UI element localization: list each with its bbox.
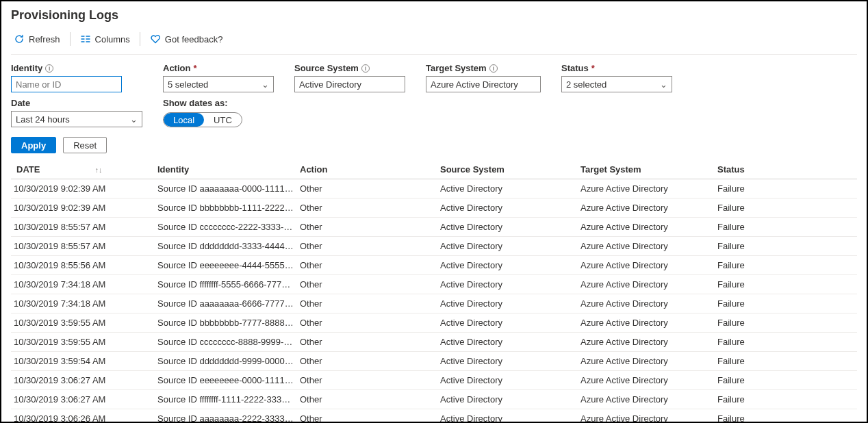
date-select[interactable]: Last 24 hours ⌄: [11, 111, 142, 127]
identity-input[interactable]: [16, 79, 117, 90]
table-row[interactable]: 10/30/2019 8:55:56 AMSource ID eeeeeeee-…: [11, 256, 857, 275]
cell-status: Failure: [715, 256, 857, 275]
cell-identity: Source ID eeeeeeee-4444-5555-6666-ffff: [155, 256, 297, 275]
table-row[interactable]: 10/30/2019 3:59:54 AMSource ID dddddddd-…: [11, 352, 857, 371]
filter-actions: Apply Reset: [11, 133, 857, 160]
required-indicator: *: [193, 63, 196, 73]
target-label-text: Target System: [426, 63, 487, 73]
cell-date: 10/30/2019 8:55:57 AM: [11, 237, 155, 256]
cell-identity: Source ID cccccccc-8888-9999-0000-ddd: [155, 333, 297, 352]
table-row[interactable]: 10/30/2019 3:06:26 AMSource ID aaaaaaaa-…: [11, 409, 857, 424]
cell-status: Failure: [715, 237, 857, 256]
columns-icon: [80, 34, 91, 44]
cell-status: Failure: [715, 294, 857, 313]
reset-button[interactable]: Reset: [63, 137, 107, 153]
separator: [140, 32, 140, 46]
cell-action: Other: [297, 390, 437, 409]
source-select[interactable]: Active Directory: [294, 76, 405, 92]
identity-input-wrapper[interactable]: [11, 76, 122, 92]
action-select[interactable]: 5 selected ⌄: [163, 76, 274, 92]
cell-status: Failure: [715, 275, 857, 294]
status-value: 2 selected: [566, 79, 607, 90]
cell-identity: Source ID aaaaaaaa-6666-7777-8888-bb: [155, 294, 297, 313]
columns-label: Columns: [95, 34, 130, 44]
cell-date: 10/30/2019 3:59:54 AM: [11, 352, 155, 371]
command-bar: Refresh Columns Got feedback?: [11, 29, 857, 55]
cell-identity: Source ID cccccccc-2222-3333-4444-ddd: [155, 218, 297, 237]
cell-target: Azure Active Directory: [578, 275, 715, 294]
cell-source: Active Directory: [437, 256, 578, 275]
source-value: Active Directory: [299, 79, 361, 90]
cell-status: Failure: [715, 371, 857, 390]
cell-status: Failure: [715, 198, 857, 218]
target-value: Azure Active Directory: [431, 79, 518, 90]
cell-source: Active Directory: [437, 390, 578, 409]
table-row[interactable]: 10/30/2019 3:06:27 AMSource ID ffffffff-…: [11, 390, 857, 409]
cell-action: Other: [297, 256, 437, 275]
cell-source: Active Directory: [437, 294, 578, 313]
cell-target: Azure Active Directory: [578, 294, 715, 313]
feedback-button[interactable]: Got feedback?: [147, 32, 226, 46]
col-header-date[interactable]: DATE↑↓: [11, 160, 155, 179]
cell-action: Other: [297, 409, 437, 424]
action-label-text: Action: [163, 63, 190, 73]
col-header-target[interactable]: Target System: [578, 160, 715, 179]
cell-source: Active Directory: [437, 218, 578, 237]
date-label: Date: [11, 98, 142, 108]
table-header-row: DATE↑↓ Identity Action Source System Tar…: [11, 160, 857, 179]
cell-identity: Source ID dddddddd-9999-0000-1111-eee: [155, 352, 297, 371]
identity-label: Identity i: [11, 63, 142, 73]
table-row[interactable]: 10/30/2019 9:02:39 AMSource ID aaaaaaaa-…: [11, 179, 857, 198]
refresh-label: Refresh: [29, 34, 60, 44]
cell-action: Other: [297, 333, 437, 352]
table-row[interactable]: 10/30/2019 3:06:27 AMSource ID eeeeeeee-…: [11, 371, 857, 390]
cell-target: Azure Active Directory: [578, 179, 715, 198]
col-header-status[interactable]: Status: [715, 160, 857, 179]
cell-source: Active Directory: [437, 275, 578, 294]
cell-status: Failure: [715, 333, 857, 352]
table-row[interactable]: 10/30/2019 8:55:57 AMSource ID cccccccc-…: [11, 218, 857, 237]
status-label: Status *: [561, 63, 672, 73]
col-header-action[interactable]: Action: [297, 160, 437, 179]
cell-action: Other: [297, 237, 437, 256]
table-row[interactable]: 10/30/2019 7:34:18 AMSource ID ffffffff-…: [11, 275, 857, 294]
cell-identity: Source ID dddddddd-3333-4444-5555-ee: [155, 237, 297, 256]
date-format-toggle[interactable]: Local UTC: [163, 112, 242, 127]
col-header-source[interactable]: Source System: [437, 160, 578, 179]
cell-source: Active Directory: [437, 179, 578, 198]
toggle-option-utc[interactable]: UTC: [204, 113, 242, 127]
info-icon[interactable]: i: [489, 64, 498, 73]
cell-target: Azure Active Directory: [578, 409, 715, 424]
cell-date: 10/30/2019 8:55:57 AM: [11, 218, 155, 237]
target-select[interactable]: Azure Active Directory: [426, 76, 541, 92]
toggle-option-local[interactable]: Local: [164, 113, 204, 127]
table-row[interactable]: 10/30/2019 3:59:55 AMSource ID cccccccc-…: [11, 333, 857, 352]
refresh-button[interactable]: Refresh: [11, 32, 63, 46]
table-row[interactable]: 10/30/2019 7:34:18 AMSource ID aaaaaaaa-…: [11, 294, 857, 313]
cell-action: Other: [297, 198, 437, 218]
cell-date: 10/30/2019 3:59:55 AM: [11, 333, 155, 352]
cell-target: Azure Active Directory: [578, 237, 715, 256]
identity-label-text: Identity: [11, 63, 42, 73]
filter-bar: Identity i Date Last 24 hours ⌄ Action *…: [11, 59, 857, 133]
cell-target: Azure Active Directory: [578, 333, 715, 352]
col-header-identity[interactable]: Identity: [155, 160, 297, 179]
source-label-text: Source System: [294, 63, 359, 73]
table-row[interactable]: 10/30/2019 8:55:57 AMSource ID dddddddd-…: [11, 237, 857, 256]
info-icon[interactable]: i: [361, 64, 370, 73]
chevron-down-icon: ⌄: [261, 79, 269, 90]
cell-status: Failure: [715, 313, 857, 333]
cell-source: Active Directory: [437, 198, 578, 218]
status-filter: Status * 2 selected ⌄: [561, 63, 672, 127]
cell-status: Failure: [715, 352, 857, 371]
sort-icon[interactable]: ↑↓: [94, 166, 102, 174]
apply-button[interactable]: Apply: [11, 137, 56, 153]
cell-target: Azure Active Directory: [578, 371, 715, 390]
table-row[interactable]: 10/30/2019 3:59:55 AMSource ID bbbbbbbb-…: [11, 313, 857, 333]
status-select[interactable]: 2 selected ⌄: [561, 76, 672, 92]
info-icon[interactable]: i: [45, 64, 53, 73]
cell-identity: Source ID ffffffff-5555-6666-7777-aaaaaa: [155, 275, 297, 294]
chevron-down-icon: ⌄: [660, 79, 667, 90]
table-row[interactable]: 10/30/2019 9:02:39 AMSource ID bbbbbbbb-…: [11, 198, 857, 218]
columns-button[interactable]: Columns: [77, 32, 133, 46]
